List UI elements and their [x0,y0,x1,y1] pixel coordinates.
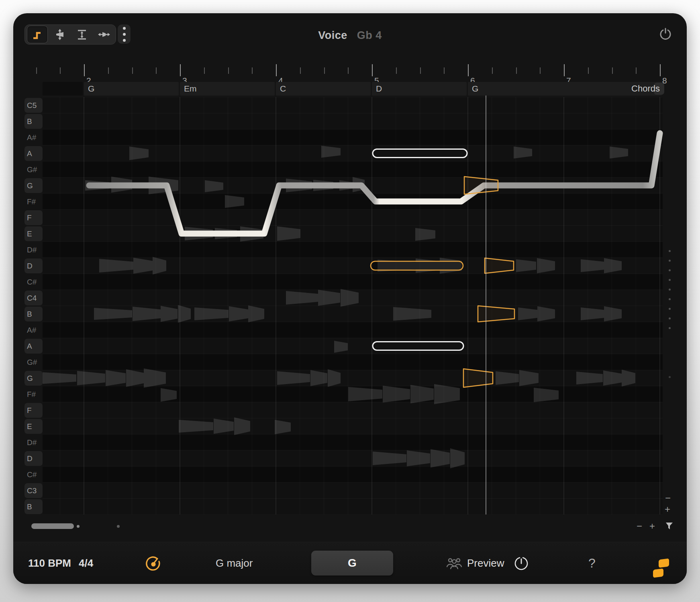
zoom-in-vertical-button[interactable]: + [665,504,670,515]
ruler-beat-tick [60,67,61,74]
transport-bar: 110 BPM 4/4 G major G Preview ? [13,542,687,584]
orange-wedge-note[interactable] [478,306,514,322]
pitch-key-G#[interactable]: G# [24,162,43,177]
ruler-beat-tick [636,67,637,74]
ruler-beat-tick [516,67,517,74]
time-signature[interactable]: 4/4 [79,542,93,584]
ruler-beat-tick [348,67,349,74]
pitch-key-F#[interactable]: F# [24,387,43,402]
ruler-beat-tick [204,67,205,74]
ruler-bar-tick [660,64,661,76]
zoom-out-vertical-button[interactable]: − [665,492,671,504]
pitch-key-B[interactable]: B [24,114,43,129]
track-name: Voice [318,29,347,41]
h-scroll-dot [117,525,120,528]
white-pill-note[interactable] [373,149,467,158]
pitch-key-E[interactable]: E [24,419,43,434]
ruler-bar-tick [180,64,181,76]
metronome-dial-icon[interactable] [146,556,161,571]
ruler-bar-tick [468,64,469,76]
pitch-key-D#[interactable]: D# [24,242,43,257]
pitch-key-C#[interactable]: C# [24,275,43,289]
help-button[interactable]: ? [588,542,596,584]
ruler-beat-tick [108,67,109,74]
pitch-key-G[interactable]: G [24,178,43,193]
ruler-beat-tick [300,67,301,74]
pitch-key-F[interactable]: F [24,210,43,225]
h-scroll-dot [77,525,80,528]
key-label[interactable]: G major [216,542,253,584]
pitch-key-F[interactable]: F [24,403,43,418]
ruler-beat-tick [588,67,589,74]
pitch-key-D[interactable]: D [24,258,43,273]
pitch-key-C4[interactable]: C4 [24,291,43,305]
v-zoom-dot [669,308,671,310]
pitch-key-A#[interactable]: A# [24,323,43,338]
pitch-key-D#[interactable]: D# [24,435,43,450]
row-band [43,113,663,129]
note-grid[interactable] [43,97,676,515]
ruler-beat-tick [444,67,445,74]
funnel-icon[interactable] [665,521,674,531]
row-band [43,450,663,466]
zoom-out-horizontal-button[interactable]: − [637,521,642,532]
pitch-key-B[interactable]: B [24,499,43,514]
white-pill-note[interactable] [373,342,463,350]
row-band [43,482,663,498]
ruler-beat-tick [540,67,541,74]
row-band [43,418,663,434]
gauge-icon[interactable] [514,556,529,571]
people-icon [446,557,462,570]
pitch-key-E[interactable]: E [24,226,43,241]
chord-cell[interactable]: C [276,82,371,96]
v-zoom-dot [669,376,671,378]
h-scrollbar-thumb[interactable] [31,523,74,529]
zoom-in-horizontal-button[interactable]: + [649,521,655,532]
window-title: Voice Gb 4 [13,29,687,42]
chords-track-label: Chords [604,82,660,96]
app-logo-icon[interactable] [653,559,670,579]
ruler-beat-tick [156,67,157,74]
pitch-key-C5[interactable]: C5 [24,98,43,113]
orange-wedge-note[interactable] [463,369,493,387]
v-zoom-dot [669,289,671,291]
chord-cell[interactable]: G [84,82,179,96]
ruler-beat-tick [132,67,133,74]
ruler-beat-tick [612,67,613,74]
ruler-bar-tick [564,64,565,76]
chord-cell-empty[interactable] [43,82,83,96]
v-zoom-dot [669,269,671,271]
pitch-key-G[interactable]: G [24,371,43,386]
ruler-bar-tick [372,64,373,76]
v-zoom-dot [669,298,671,300]
preview-label[interactable]: Preview [467,542,504,584]
ruler-beat-tick [420,67,421,74]
track-subtitle: Gb 4 [357,29,382,41]
chord-trigger-button[interactable]: G [311,551,393,576]
pitch-key-G#[interactable]: G# [24,355,43,370]
bpm-value[interactable]: 110 BPM [28,542,71,584]
playhead[interactable] [486,82,486,515]
pitch-key-B[interactable]: B [24,307,43,321]
orange-pill-note[interactable] [371,261,463,270]
pitch-key-A#[interactable]: A# [24,130,43,145]
pitch-key-F#[interactable]: F# [24,194,43,209]
chord-trigger-label: G [348,557,357,569]
pitch-key-A[interactable]: A [24,146,43,161]
pitch-key-C3[interactable]: C3 [24,483,43,498]
pitch-key-D[interactable]: D [24,451,43,466]
row-band [43,402,663,418]
chord-cell[interactable]: D [372,82,467,96]
ruler-beat-tick [396,67,397,74]
power-icon[interactable] [658,27,673,41]
ruler-bar-tick [84,64,85,76]
chord-cell[interactable]: Em [180,82,275,96]
orange-wedge-note[interactable] [464,177,498,194]
orange-wedge-note[interactable] [485,258,514,273]
pitch-key-C#[interactable]: C# [24,467,43,482]
row-band [43,338,663,354]
ruler-beat-tick [228,67,229,74]
pitch-key-A[interactable]: A [24,339,43,354]
ruler-beat-tick [36,67,37,74]
ruler-beat-tick [324,67,325,74]
